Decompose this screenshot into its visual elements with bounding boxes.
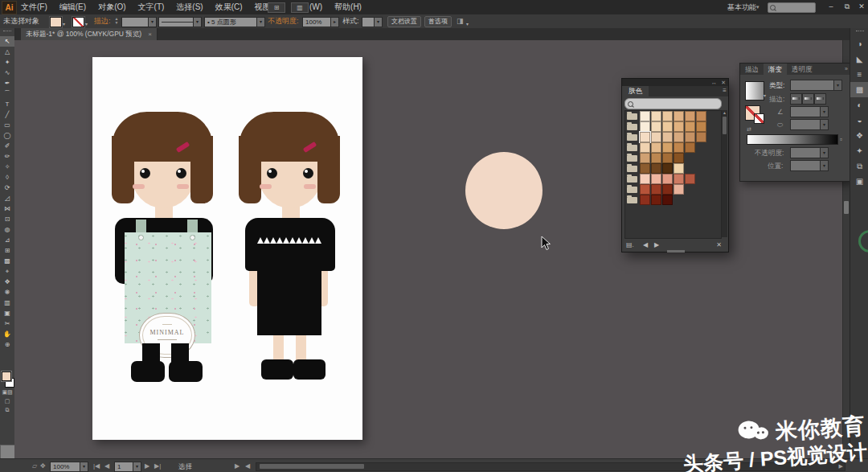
swatch-search-input[interactable]: [624, 98, 722, 109]
tool-blend-tool[interactable]: ❖: [0, 277, 14, 287]
preferences-button[interactable]: 首选项: [424, 16, 452, 27]
workspace-switcher[interactable]: 基本功能: [727, 2, 756, 13]
tool-eraser-tool[interactable]: ◊: [0, 172, 14, 183]
tool-artboard-tool[interactable]: ▣: [0, 308, 14, 318]
location-field[interactable]: [790, 160, 821, 171]
color-swatch[interactable]: [662, 163, 673, 174]
transparency-panel-icon[interactable]: ◐: [850, 97, 868, 113]
type-dropdown-icon[interactable]: ▾: [833, 80, 842, 91]
color-swatch[interactable]: [685, 121, 695, 132]
color-swatch[interactable]: [674, 132, 684, 142]
next-artboard-icon[interactable]: ▶: [145, 462, 149, 470]
tool-column-graph-tool[interactable]: ▥: [0, 298, 14, 308]
tool-free-transform-tool[interactable]: ⊡: [0, 214, 14, 224]
collapse-panel-icon[interactable]: »: [845, 66, 848, 72]
aspect-ratio-field[interactable]: [790, 119, 821, 130]
screen-mode-icon[interactable]: ⧉: [0, 406, 14, 414]
color-swatch[interactable]: [685, 111, 695, 121]
swatch-folder-icon[interactable]: [627, 113, 637, 120]
symbols-panel-icon[interactable]: ✦: [850, 143, 868, 158]
artboard[interactable]: MINIMAL: [92, 57, 362, 440]
hscroll-left-icon[interactable]: ▶: [235, 462, 240, 470]
status-option-icon[interactable]: ▱: [32, 462, 37, 470]
swatch-scrollbar-thumb[interactable]: [723, 117, 727, 134]
menu-item[interactable]: 帮助(H): [334, 2, 362, 13]
tools-grip[interactable]: [3, 31, 11, 33]
opacity-side-icon[interactable]: ▸: [330, 17, 339, 27]
panel-close-icon[interactable]: ✕: [721, 79, 726, 86]
stroke-dropdown-icon[interactable]: ▾: [85, 21, 88, 27]
tool-rectangle-tool[interactable]: ▭: [0, 120, 14, 130]
tool-pen-tool[interactable]: ✒: [0, 78, 14, 88]
color-swatch[interactable]: [685, 132, 695, 142]
color-swatch[interactable]: [640, 163, 650, 174]
gradient-thumbnail[interactable]: [745, 81, 764, 101]
color-swatch[interactable]: [662, 121, 673, 132]
stroke-color-swatch[interactable]: [72, 17, 84, 27]
search-input[interactable]: [768, 2, 816, 13]
minimize-button[interactable]: –: [825, 2, 837, 12]
tool-slice-tool[interactable]: ✂: [0, 318, 14, 329]
gradient-slider[interactable]: [747, 134, 838, 145]
tool-perspective-grid-tool[interactable]: ⊿: [0, 235, 14, 245]
tool-ellipse-tool[interactable]: ◯: [0, 130, 14, 141]
layers-panel-icon[interactable]: ⧉: [850, 158, 868, 174]
swatch-folder-icon[interactable]: [627, 187, 637, 193]
stroke-panel-icon[interactable]: ≡: [850, 67, 868, 82]
color-swatch[interactable]: [640, 195, 650, 205]
swatch-folder-icon[interactable]: [627, 155, 637, 162]
angle-field[interactable]: [790, 106, 821, 117]
color-swatch[interactable]: [662, 195, 673, 205]
color-swatch[interactable]: [640, 132, 650, 142]
color-swatch[interactable]: [651, 153, 661, 163]
drawn-skin-circle[interactable]: [465, 152, 542, 229]
color-swatch[interactable]: [651, 121, 661, 132]
brush-definition-field[interactable]: • 5 点圆形: [204, 17, 260, 27]
extra-options-icon[interactable]: ◨: [457, 14, 464, 28]
prev-artboard-icon[interactable]: ◀: [104, 462, 109, 470]
color-swatch[interactable]: [685, 174, 695, 184]
menu-item[interactable]: 编辑(E): [59, 2, 86, 13]
swatch-folder-icon[interactable]: [627, 197, 637, 203]
delete-swatch-icon[interactable]: ✕: [716, 240, 722, 250]
status-handle-icon[interactable]: ✥: [40, 462, 46, 470]
color-swatch[interactable]: [651, 195, 661, 205]
swatch-folder-icon[interactable]: [627, 176, 637, 183]
zoom-dropdown-icon[interactable]: ▾: [80, 462, 88, 472]
tool-eyedropper-tool[interactable]: ⌖: [0, 266, 14, 277]
color-swatch[interactable]: [674, 163, 684, 174]
panel-collapse-icon[interactable]: ↔: [711, 79, 717, 86]
color-swatch[interactable]: [662, 153, 673, 163]
width-profile-dropdown-icon[interactable]: ▾: [193, 17, 202, 27]
gradient-stroke-proxy[interactable]: [754, 113, 764, 124]
gradient-opacity-dropdown-icon[interactable]: ▾: [820, 147, 829, 158]
drawing-mode-icon[interactable]: ▢: [0, 397, 14, 405]
color-swatch[interactable]: [651, 111, 661, 121]
color-swatch[interactable]: [662, 132, 673, 142]
layout-icon[interactable]: ▥: [291, 2, 309, 13]
swatch-scrollbar[interactable]: ▲: [722, 110, 727, 237]
tool-scale-tool[interactable]: ◿: [0, 193, 14, 203]
swatch-folder-icon[interactable]: [627, 134, 637, 141]
stroke-width-dropdown-icon[interactable]: ▾: [148, 17, 157, 27]
aspect-dropdown-icon[interactable]: ▾: [820, 119, 829, 130]
panel-tab-透明度[interactable]: 透明度: [787, 64, 817, 75]
color-swatch[interactable]: [651, 174, 661, 184]
horizontal-scrollbar-thumb[interactable]: [260, 464, 364, 469]
color-swatch[interactable]: [674, 111, 684, 121]
tool-direct-selection-tool[interactable]: △: [0, 47, 14, 57]
swatch-folder-icon[interactable]: [627, 145, 637, 151]
stroke-along-icon[interactable]: [802, 93, 814, 105]
artboard-dropdown-icon[interactable]: ▾: [133, 462, 141, 472]
tool-selection-tool[interactable]: ↖: [0, 36, 14, 47]
color-mode-icons[interactable]: ▣▨: [0, 388, 14, 396]
stroke-across-icon[interactable]: [814, 93, 826, 105]
gradient-opacity-field[interactable]: [790, 147, 821, 158]
tool-shaper-tool[interactable]: ✧: [0, 162, 14, 172]
panel-drag-bar[interactable]: ↔ ✕: [622, 79, 728, 86]
stroke-within-icon[interactable]: [790, 93, 802, 105]
zoom-level-field[interactable]: 100%: [50, 462, 84, 472]
swatch-folder-icon[interactable]: [627, 166, 637, 172]
restore-button[interactable]: ⧉: [841, 2, 854, 12]
document-tab[interactable]: 未标题-1* @ 100% (CMYK/GPU 预览)×: [21, 28, 158, 40]
